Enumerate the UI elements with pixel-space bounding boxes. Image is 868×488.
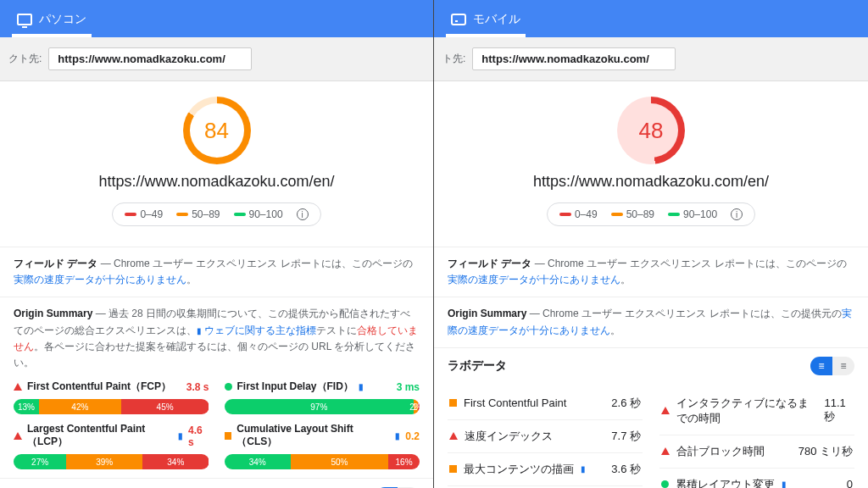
triangle-red-icon	[449, 432, 458, 440]
lab-metric-row[interactable]: 合計ブロック時間 780 ミリ秒	[659, 435, 854, 469]
desktop-pane: パソコン クト先: https://www.nomadkazoku.com/ 8…	[0, 0, 434, 488]
metric-name: First Input Delay（FID）	[237, 380, 353, 394]
metric-value: 0	[847, 478, 853, 488]
bookmark-icon: ▮	[178, 431, 183, 441]
metric-value: 11.1 秒	[824, 396, 853, 424]
metric-row[interactable]: First Contentful Paint（FCP） 3.8 s	[14, 380, 209, 394]
metric-name: Cumulative Layout Shift（CLS）	[236, 423, 390, 449]
lab-data-header: ラボデータ ≡ ≡	[434, 347, 868, 384]
tab-desktop[interactable]: パソコン	[12, 3, 92, 37]
url-input[interactable]: https://www.nomadkazoku.com/	[472, 47, 676, 70]
tab-mobile[interactable]: モバイル	[446, 3, 526, 37]
metric-row[interactable]: Cumulative Layout Shift（CLS） ▮0.2	[225, 423, 420, 449]
score-section: 48 https://www.nomadkazoku.com/en/ 0–49 …	[434, 81, 868, 235]
metric-name: インタラクティブになるまでの時間	[676, 396, 817, 426]
bookmark-icon: ▮	[581, 464, 586, 474]
triangle-red-icon	[14, 383, 22, 391]
page-url: https://www.nomadkazoku.com/en/	[0, 173, 433, 191]
metric-value: 0.2	[405, 430, 420, 442]
metric-value: 780 ミリ秒	[798, 444, 853, 459]
topbar: パソコン	[0, 0, 433, 37]
url-label: ト先:	[442, 52, 465, 66]
score-gauge: 84	[183, 97, 251, 164]
field-data-section: フィールド データ — Chrome ユーザー エクスペリエンス レポートには、…	[434, 247, 868, 297]
field-data-link[interactable]: 実際の速度データが十分にありません	[448, 274, 620, 286]
score-legend: 0–49 50–89 90–100 i	[547, 202, 755, 226]
view-toggle[interactable]: ≡ ≡	[810, 357, 854, 375]
lab-metric-row[interactable]: 速度インデックス 7.7 秒	[448, 420, 643, 453]
metric-value: 2.6 秒	[611, 396, 641, 411]
metric-name: First Contentful Paint（FCP）	[27, 380, 171, 394]
metric-name: Largest Contentful Paint（LCP）	[27, 423, 173, 449]
metric-bar: 97%2%1%	[225, 399, 420, 414]
metric-name: 累積レイアウト変更	[676, 477, 775, 488]
bookmark-icon: ▮	[395, 431, 400, 441]
mobile-icon	[451, 14, 466, 25]
view-compact-icon[interactable]: ≡	[832, 357, 854, 375]
circle-green-icon	[661, 480, 669, 488]
lab-data-header: ラボデータ ≡ ≡	[0, 478, 433, 488]
score-value: 84	[190, 103, 244, 158]
score-value: 48	[624, 103, 678, 158]
desktop-icon	[17, 14, 32, 25]
metric-bar: 27%39%34%	[14, 454, 209, 469]
score-gauge: 48	[617, 97, 685, 164]
origin-summary-section: Origin Summary — Chrome ユーザー エクスペリエンス レポ…	[434, 297, 868, 347]
triangle-red-icon	[661, 447, 670, 455]
metric-name: 最大コンテンツの描画	[464, 462, 574, 477]
info-icon[interactable]: i	[731, 208, 743, 220]
lab-data-title: ラボデータ	[448, 358, 507, 374]
info-icon[interactable]: i	[297, 208, 309, 220]
triangle-red-icon	[14, 432, 22, 440]
lab-metric-row[interactable]: First Contentful Paint 2.6 秒	[448, 387, 643, 420]
metric-bar: 13%42%45%	[14, 399, 209, 414]
square-orange-icon	[449, 465, 457, 473]
lab-metric-row[interactable]: 最大コンテンツの描画 ▮3.6 秒	[448, 453, 643, 486]
metric-value: 4.6 s	[188, 424, 209, 448]
view-list-icon[interactable]: ≡	[810, 357, 832, 375]
metric-name: 合計ブロック時間	[676, 444, 765, 459]
circle-green-icon	[225, 383, 232, 391]
bookmark-icon: ▮	[782, 480, 787, 488]
square-orange-icon	[449, 399, 457, 407]
metric-row[interactable]: Largest Contentful Paint（LCP） ▮4.6 s	[14, 423, 209, 449]
metric-value: 3.6 秒	[611, 462, 641, 477]
score-legend: 0–49 50–89 90–100 i	[112, 202, 320, 226]
metric-row[interactable]: First Input Delay（FID） ▮3 ms	[225, 380, 420, 394]
field-data-link[interactable]: 実際の速度データが十分にありません	[14, 274, 186, 286]
page-url: https://www.nomadkazoku.com/en/	[434, 173, 868, 191]
metric-value: 7.7 秒	[611, 429, 641, 444]
metric-bar: 34%50%16%	[225, 454, 420, 469]
url-input[interactable]: https://www.nomadkazoku.com/	[48, 47, 252, 70]
topbar: モバイル	[434, 0, 868, 37]
core-web-vitals-link[interactable]: ウェブに関する主な指標	[204, 324, 316, 336]
url-row: ト先: https://www.nomadkazoku.com/	[434, 37, 868, 81]
triangle-red-icon	[661, 407, 670, 414]
mobile-pane: モバイル ト先: https://www.nomadkazoku.com/ 48…	[434, 0, 868, 488]
lab-metric-row[interactable]: 累積レイアウト変更 ▮0	[659, 469, 854, 488]
square-orange-icon	[225, 432, 232, 440]
url-label: クト先:	[8, 52, 42, 66]
metric-name: First Contentful Paint	[464, 396, 566, 409]
url-row: クト先: https://www.nomadkazoku.com/	[0, 37, 433, 81]
origin-summary-section: Origin Summary — 過去 28 日間の収集期間について、この提供元…	[0, 297, 433, 478]
bookmark-icon: ▮	[359, 382, 364, 391]
tab-label: モバイル	[473, 12, 520, 27]
lab-metric-row[interactable]: インタラクティブになるまでの時間 11.1 秒	[659, 387, 854, 435]
metric-value: 3.8 s	[186, 381, 209, 393]
tab-label: パソコン	[39, 12, 86, 27]
field-data-section: フィールド データ — Chrome ユーザー エクスペリエンス レポートには、…	[0, 247, 433, 297]
score-section: 84 https://www.nomadkazoku.com/en/ 0–49 …	[0, 81, 433, 235]
metric-name: 速度インデックス	[465, 429, 553, 444]
metric-value: 3 ms	[397, 381, 420, 393]
lab-metrics: First Contentful Paint 2.6 秒速度インデックス 7.7…	[434, 384, 868, 488]
